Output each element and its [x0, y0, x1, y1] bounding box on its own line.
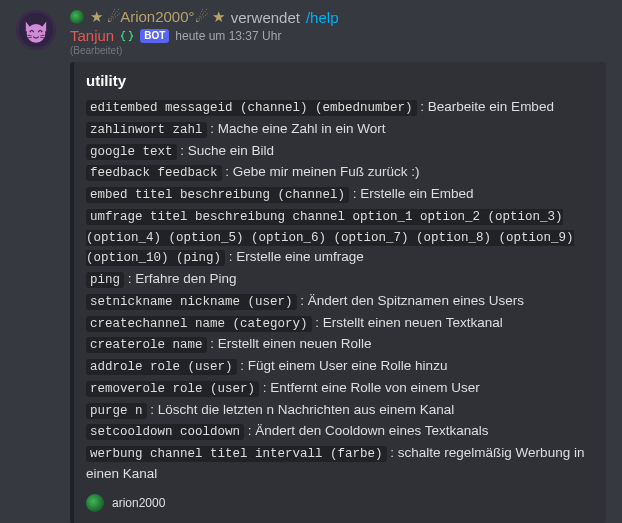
chat-message: ★ ☄︎Arion2000°☄︎ ★ verwendet /help Tanju… — [0, 0, 622, 523]
command-description: : Erfahre den Ping — [124, 271, 237, 286]
command-list: editembed messageid (channel) (embednumb… — [86, 97, 592, 484]
role-braces-icon — [120, 29, 134, 43]
command-description: : Bearbeite ein Embed — [417, 99, 554, 114]
command-signature: feedback feedback — [86, 165, 222, 181]
cat-avatar-icon — [19, 13, 53, 47]
command-signature: werbung channel titel intervall (farbe) — [86, 446, 387, 462]
command-signature: editembed messageid (channel) (embednumb… — [86, 100, 417, 116]
embed-footer: arion2000 — [86, 494, 592, 512]
command-signature: zahlinwort zahl — [86, 122, 207, 138]
help-embed: utility editembed messageid (channel) (e… — [70, 62, 606, 523]
command-signature: setnickname nickname (user) — [86, 294, 297, 310]
command-entry: editembed messageid (channel) (embednumb… — [86, 97, 592, 118]
bot-header: Tanjun BOT heute um 13:37 Uhr — [70, 27, 606, 44]
command-entry: setcooldown cooldown : Ändert den Cooldo… — [86, 421, 592, 442]
message-content: ★ ☄︎Arion2000°☄︎ ★ verwendet /help Tanju… — [70, 8, 606, 523]
command-entry: embed titel beschreibung (channel) : Ers… — [86, 184, 592, 205]
command-description: : Suche ein Bild — [177, 143, 275, 158]
command-entry: feedback feedback : Gebe mir meinen Fuß … — [86, 162, 592, 183]
command-entry: addrole role (user) : Fügt einem User ei… — [86, 356, 592, 377]
user-status-icon — [70, 10, 84, 24]
command-signature: addrole role (user) — [86, 359, 237, 375]
bot-badge: BOT — [140, 29, 169, 43]
command-entry: createchannel name (category) : Erstellt… — [86, 313, 592, 334]
command-description: : Ändert den Cooldown eines Textkanals — [244, 423, 488, 438]
command-signature: embed titel beschreibung (channel) — [86, 187, 349, 203]
command-signature: purge n — [86, 403, 147, 419]
command-description: : Erstellt einen neuen Textkanal — [312, 315, 503, 330]
command-entry: zahlinwort zahl : Mache eine Zahl in ein… — [86, 119, 592, 140]
command-description: : Erstelle eine umfrage — [225, 249, 364, 264]
avatar-column — [16, 10, 56, 523]
command-signature: removerole role (user) — [86, 381, 259, 397]
slash-command-link[interactable]: /help — [306, 9, 339, 26]
footer-avatar-icon — [86, 494, 104, 512]
bot-avatar[interactable] — [16, 10, 56, 50]
embed-title: utility — [86, 72, 592, 89]
edited-label: (Bearbeitet) — [70, 45, 606, 56]
command-description: : Entfernt eine Rolle von einem User — [259, 380, 480, 395]
bot-username[interactable]: Tanjun — [70, 27, 114, 44]
command-description: : Ändert den Spitznamen eines Users — [297, 293, 524, 308]
command-signature: setcooldown cooldown — [86, 424, 244, 440]
command-entry: google text : Suche ein Bild — [86, 141, 592, 162]
command-description: : Mache eine Zahl in ein Wort — [207, 121, 386, 136]
command-description: : Erstellt einen neuen Rolle — [207, 336, 372, 351]
command-entry: setnickname nickname (user) : Ändert den… — [86, 291, 592, 312]
command-entry: umfrage titel beschreibung channel optio… — [86, 206, 592, 268]
used-label: verwendet — [231, 9, 300, 26]
footer-text: arion2000 — [112, 496, 165, 510]
command-description: : Fügt einem User eine Rolle hinzu — [237, 358, 448, 373]
command-signature: google text — [86, 144, 177, 160]
svg-point-1 — [27, 24, 46, 43]
command-signature: createchannel name (category) — [86, 316, 312, 332]
command-entry: ping : Erfahre den Ping — [86, 269, 592, 290]
command-description: : Gebe mir meinen Fuß zurück :) — [222, 164, 420, 179]
command-entry: createrole name : Erstellt einen neuen R… — [86, 334, 592, 355]
command-entry: purge n : Löscht die letzten n Nachricht… — [86, 400, 592, 421]
reply-context: ★ ☄︎Arion2000°☄︎ ★ verwendet /help — [70, 8, 606, 26]
invoker-username[interactable]: ★ ☄︎Arion2000°☄︎ ★ — [90, 8, 225, 26]
command-entry: werbung channel titel intervall (farbe) … — [86, 443, 592, 484]
command-entry: removerole role (user) : Entfernt eine R… — [86, 378, 592, 399]
command-description: : Löscht die letzten n Nachrichten aus e… — [147, 402, 455, 417]
message-timestamp: heute um 13:37 Uhr — [175, 29, 281, 43]
command-signature: createrole name — [86, 337, 207, 353]
command-signature: ping — [86, 272, 124, 288]
command-description: : Erstelle ein Embed — [349, 186, 474, 201]
